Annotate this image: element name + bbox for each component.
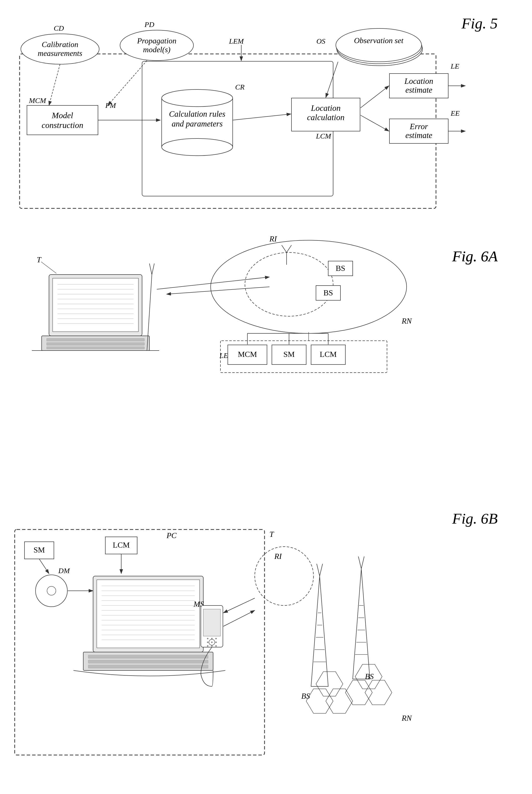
svg-rect-86 [228, 345, 267, 365]
svg-rect-64 [49, 275, 142, 336]
svg-point-132 [211, 638, 213, 639]
svg-rect-65 [53, 278, 138, 332]
svg-text:BS: BS [365, 672, 374, 681]
svg-line-151 [317, 564, 320, 576]
svg-text:construction: construction [42, 121, 83, 130]
svg-point-8 [337, 32, 422, 66]
svg-rect-98 [24, 542, 54, 559]
svg-line-80 [147, 275, 152, 351]
svg-point-22 [162, 90, 233, 107]
svg-rect-126 [88, 665, 208, 668]
svg-line-61 [157, 277, 269, 289]
svg-text:Model: Model [52, 111, 73, 120]
svg-text:Error: Error [410, 122, 428, 131]
svg-rect-88 [272, 345, 306, 365]
svg-line-142 [223, 598, 255, 613]
svg-text:LCM: LCM [320, 350, 337, 358]
svg-marker-157 [353, 569, 370, 679]
svg-text:MS: MS [193, 599, 204, 608]
svg-rect-125 [88, 660, 208, 663]
svg-point-52 [245, 253, 333, 316]
svg-marker-167 [365, 680, 392, 705]
svg-text:RN: RN [401, 316, 412, 325]
svg-line-63 [41, 262, 56, 273]
svg-rect-128 [201, 606, 223, 647]
svg-text:T: T [269, 530, 274, 539]
svg-point-102 [36, 575, 68, 607]
svg-line-43 [326, 62, 338, 97]
svg-marker-156 [316, 672, 343, 696]
svg-point-10 [336, 29, 421, 62]
svg-marker-145 [311, 576, 328, 686]
svg-text:LCM: LCM [113, 540, 130, 549]
svg-line-163 [358, 556, 361, 569]
svg-point-135 [211, 642, 213, 643]
svg-rect-78 [46, 347, 145, 349]
svg-text:DM: DM [58, 567, 70, 575]
fig5-title: Fig. 5 [461, 15, 498, 32]
svg-rect-75 [42, 336, 149, 351]
svg-line-81 [149, 263, 152, 275]
svg-text:model(s): model(s) [143, 45, 170, 54]
svg-rect-109 [93, 576, 203, 652]
fig6a-title: Fig. 6A [452, 247, 498, 265]
svg-line-42 [233, 114, 291, 120]
svg-point-138 [211, 645, 213, 647]
svg-rect-55 [316, 285, 340, 300]
svg-text:BS: BS [323, 288, 333, 297]
svg-text:measurements: measurements [38, 49, 82, 58]
svg-line-45 [361, 115, 389, 131]
svg-text:LEM: LEM [219, 351, 235, 359]
svg-text:estimate: estimate [405, 86, 432, 94]
svg-marker-166 [345, 680, 372, 705]
svg-point-103 [47, 586, 56, 595]
svg-point-130 [209, 639, 215, 645]
svg-line-164 [361, 556, 364, 569]
svg-rect-0 [20, 54, 436, 208]
svg-rect-129 [203, 609, 221, 636]
svg-point-139 [215, 645, 217, 647]
svg-text:T: T [37, 255, 42, 264]
svg-text:MCM: MCM [28, 96, 46, 105]
svg-line-100 [39, 559, 49, 574]
svg-point-5 [120, 30, 193, 60]
svg-text:SM: SM [34, 546, 45, 554]
svg-text:Observation set: Observation set [354, 36, 404, 45]
svg-marker-168 [355, 664, 382, 689]
svg-rect-35 [390, 119, 448, 143]
svg-rect-21 [162, 98, 233, 147]
svg-point-131 [207, 638, 208, 639]
svg-marker-155 [326, 689, 353, 713]
svg-line-82 [152, 263, 154, 275]
svg-point-144 [255, 547, 314, 606]
svg-text:Propagation: Propagation [137, 36, 177, 45]
svg-marker-154 [306, 689, 333, 713]
svg-point-134 [207, 642, 208, 643]
svg-text:MCM: MCM [238, 350, 257, 358]
svg-text:PM: PM [105, 101, 116, 109]
svg-text:SM: SM [283, 350, 294, 358]
svg-text:Location: Location [404, 77, 433, 86]
svg-rect-84 [221, 341, 387, 373]
svg-text:EE: EE [451, 109, 460, 117]
svg-text:CD: CD [54, 24, 64, 32]
svg-text:calculation: calculation [307, 113, 345, 122]
fig6b-title: Fig. 6B [452, 510, 498, 527]
svg-text:Location: Location [311, 104, 341, 112]
svg-line-39 [49, 64, 60, 106]
svg-rect-110 [97, 580, 200, 648]
svg-rect-53 [328, 261, 353, 276]
svg-text:Calibration: Calibration [42, 40, 78, 49]
svg-line-40 [108, 60, 147, 106]
svg-text:PD: PD [144, 20, 154, 29]
svg-rect-16 [27, 106, 98, 135]
fig6-diagram: RI BS BS T [0, 221, 532, 784]
svg-line-60 [167, 287, 269, 294]
svg-point-137 [207, 645, 208, 647]
svg-line-57 [282, 245, 287, 253]
svg-point-136 [215, 642, 217, 643]
svg-line-58 [287, 245, 291, 253]
svg-rect-1 [142, 61, 333, 196]
svg-text:RI: RI [274, 552, 282, 561]
svg-text:BS: BS [301, 691, 310, 700]
